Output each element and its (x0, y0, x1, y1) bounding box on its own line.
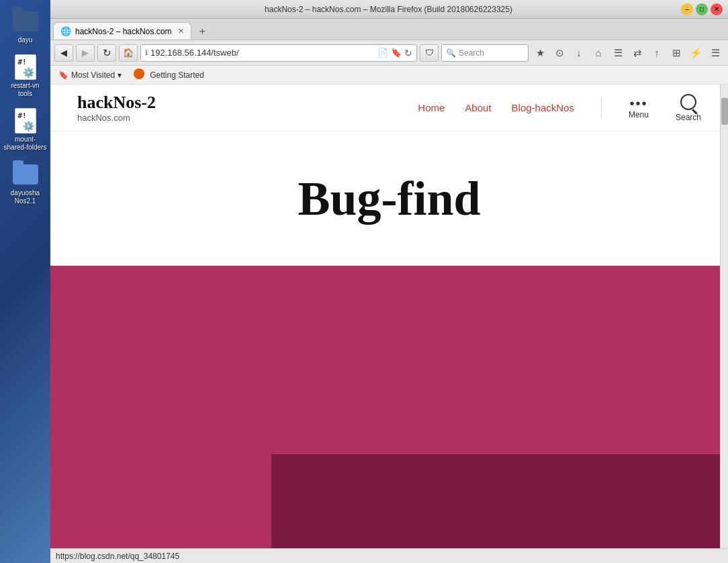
title-bar: hackNos-2 – hackNos.com – Mozilla Firefo… (50, 0, 728, 19)
nav-link-blog[interactable]: Blog-hackNos (512, 102, 574, 113)
zap-icon[interactable]: ⚡ (687, 44, 704, 62)
no-script-icon[interactable]: 🛡 (420, 44, 439, 62)
desktop: dayu ⚙️ restart-vntools ⚙️ mount-shared-… (0, 0, 50, 563)
firefox-favicon (134, 68, 147, 81)
window-title: hackNos-2 – hackNos.com – Mozilla Firefo… (96, 5, 681, 14)
search-icon: 🔍 (446, 48, 456, 58)
download-icon[interactable]: ↓ (570, 44, 588, 62)
tab-label: hackNos-2 – hackNos.com (75, 27, 171, 36)
most-visited-label: Most Visited (71, 70, 115, 80)
desktop-icon-dayu[interactable]: dayu (3, 5, 48, 47)
search-bar[interactable]: 🔍 Search (441, 44, 529, 62)
close-button[interactable]: ✕ (711, 3, 723, 15)
maximize-button[interactable]: □ (696, 3, 708, 15)
site-header: hackNos-2 hackNos.com Home About Blog-ha… (50, 85, 728, 132)
window-controls: – □ ✕ (681, 3, 723, 15)
home-button[interactable]: 🏠 (119, 44, 138, 62)
dark-overlay-box (271, 454, 728, 548)
browser-window: hackNos-2 – hackNos.com – Mozilla Firefo… (50, 0, 728, 563)
status-bar: https://blog.csdn.net/qq_34801745 (50, 548, 728, 563)
extensions-icon[interactable]: ⊞ (668, 44, 685, 62)
desktop-icon-mount-shared[interactable]: ⚙️ mount-shared-folders (3, 105, 48, 154)
minimize-button[interactable]: – (681, 3, 693, 15)
hero-section: Bug-find (50, 132, 728, 266)
desktop-icon-label-dayu: dayu (18, 36, 33, 44)
bookmark-star-icon[interactable]: 🔖 (391, 48, 402, 58)
desktop-icon-restart-vn[interactable]: ⚙️ restart-vntools (3, 51, 48, 101)
site-tagline: hackNos.com (77, 113, 156, 123)
navigation-bar: ◀ ▶ ↻ 🏠 ℹ 192.168.56.144/tsweb/ 📄 🔖 ↻ 🛡 … (50, 40, 728, 66)
refresh-icon[interactable]: ↻ (404, 48, 412, 58)
sync-icon[interactable]: ⇄ (629, 44, 646, 62)
bookmarks-bar: 🔖 Most Visited ▾ Getting Started (50, 66, 728, 85)
nav-separator (601, 98, 602, 118)
upload-icon[interactable]: ↑ (648, 44, 666, 62)
bookmark-icon[interactable]: ★ (531, 44, 549, 62)
most-visited-bookmark[interactable]: 🔖 Most Visited ▾ (54, 69, 126, 81)
most-visited-dropdown-icon: ▾ (118, 70, 122, 80)
nav-link-home[interactable]: Home (418, 102, 445, 113)
tab-close-button[interactable]: ✕ (178, 27, 184, 36)
lock-icon: ℹ (145, 48, 148, 57)
new-tab-button[interactable]: + (194, 23, 210, 40)
nav-menu-button[interactable]: ••• Menu (629, 97, 649, 119)
toolbar-icons: ★ ⊙ ↓ ⌂ ☰ ⇄ ↑ ⊞ ⚡ ☰ (531, 44, 724, 62)
site-navigation: Home About Blog-hackNos ••• Menu Search (418, 94, 701, 122)
desktop-icon-label-restart: restart-vntools (11, 82, 39, 98)
reader-view-icon[interactable]: 📄 (377, 48, 388, 58)
tab-favicon: 🌐 (60, 26, 71, 36)
url-text: 192.168.56.144/tsweb/ (150, 48, 377, 58)
pocket-icon[interactable]: ☰ (609, 44, 627, 62)
scrollbar-thumb[interactable] (721, 98, 728, 125)
desktop-icon-label-mount: mount-shared-folders (4, 136, 47, 152)
url-bar[interactable]: ℹ 192.168.56.144/tsweb/ 📄 🔖 ↻ (140, 44, 417, 62)
bottom-section (50, 266, 728, 548)
search-placeholder: Search (459, 48, 484, 58)
hero-title: Bug-find (298, 171, 480, 227)
webpage-content: hackNos-2 hackNos.com Home About Blog-ha… (50, 85, 728, 548)
home-nav-icon[interactable]: ⌂ (590, 44, 607, 62)
most-visited-icon: 🔖 (58, 70, 69, 80)
site-title: hackNos-2 (77, 93, 156, 113)
reload-button[interactable]: ↻ (97, 44, 116, 62)
history-icon[interactable]: ⊙ (551, 44, 568, 62)
scrollbar[interactable] (720, 85, 728, 548)
status-url: https://blog.csdn.net/qq_34801745 (56, 552, 179, 561)
nav-search-button[interactable]: Search (676, 94, 701, 122)
search-circle-icon (680, 94, 696, 110)
desktop-icon-label-dayuoshanos: dayuoshaNos2.1 (11, 189, 40, 205)
menu-dots-icon: ••• (629, 97, 647, 110)
desktop-icon-dayuoshanos[interactable]: dayuoshaNos2.1 (3, 158, 48, 208)
url-action-icons: 📄 🔖 ↻ (377, 48, 412, 58)
browser-tab[interactable]: 🌐 hackNos-2 – hackNos.com ✕ (53, 22, 191, 40)
back-button[interactable]: ◀ (54, 44, 73, 62)
site-logo: hackNos-2 hackNos.com (77, 93, 156, 123)
getting-started-label: Getting Started (150, 70, 204, 80)
search-label: Search (676, 113, 701, 122)
nav-link-about[interactable]: About (465, 102, 491, 113)
getting-started-bookmark[interactable]: Getting Started (130, 67, 208, 83)
forward-button[interactable]: ▶ (76, 44, 95, 62)
tab-bar: 🌐 hackNos-2 – hackNos.com ✕ + (50, 19, 728, 40)
menu-icon[interactable]: ☰ (707, 44, 724, 62)
menu-label: Menu (629, 110, 649, 119)
